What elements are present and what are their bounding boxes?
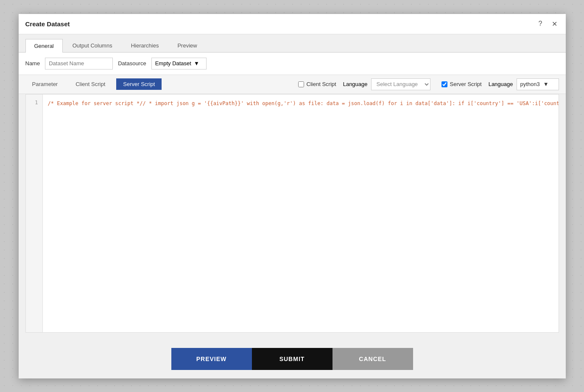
client-script-section: Client Script Language Select Language — [298, 78, 430, 90]
help-button[interactable]: ? — [537, 19, 544, 28]
name-label: Name — [25, 60, 40, 67]
server-script-label: Server Script — [450, 81, 482, 87]
tab-general[interactable]: General — [25, 39, 63, 53]
editor-content[interactable]: /* Example for server script *// * impor… — [43, 95, 559, 332]
tab-bar: General Output Columns Hierarchies Previ… — [19, 34, 566, 53]
dialog-titlebar: Create Dataset ? ✕ — [19, 14, 566, 34]
client-script-tab[interactable]: Client Script — [69, 78, 112, 90]
server-language-label: Language — [489, 81, 513, 87]
line-numbers: 1 — [26, 95, 43, 332]
submit-button[interactable]: SUBMIT — [252, 348, 333, 370]
datasource-select[interactable]: Empty Dataset ▼ — [151, 58, 207, 70]
client-script-checkbox[interactable] — [298, 81, 304, 87]
cancel-button[interactable]: CANCEL — [333, 348, 413, 370]
close-button[interactable]: ✕ — [550, 19, 559, 29]
editor-area: 1 /* Example for server script *// * imp… — [25, 94, 559, 333]
form-area: Name Datasource Empty Dataset ▼ — [19, 53, 566, 75]
server-language-value: python3 — [520, 81, 540, 87]
server-script-section: Server Script Language python3 ▼ — [441, 78, 559, 90]
script-toolbar: Parameter Client Script Server Script Cl… — [19, 75, 566, 94]
footer: PREVIEW SUBMIT CANCEL — [19, 339, 566, 378]
datasource-dropdown-icon: ▼ — [194, 60, 199, 67]
preview-button[interactable]: PREVIEW — [171, 348, 252, 370]
server-language-select[interactable]: python3 ▼ — [517, 78, 559, 90]
client-language-select[interactable]: Select Language — [371, 78, 430, 90]
datasource-label: Datasource — [118, 60, 146, 67]
dialog-inner: General Output Columns Hierarchies Previ… — [19, 34, 566, 339]
dialog-title: Create Dataset — [25, 20, 70, 28]
server-script-tab[interactable]: Server Script — [116, 78, 162, 90]
server-language-dropdown-icon: ▼ — [543, 81, 549, 87]
tab-preview[interactable]: Preview — [168, 39, 206, 52]
create-dataset-dialog: Create Dataset ? ✕ General Output Column… — [19, 14, 566, 378]
datasource-value: Empty Dataset — [155, 60, 191, 67]
client-script-checkbox-label[interactable]: Client Script — [298, 81, 336, 87]
tab-hierarchies[interactable]: Hierarchies — [122, 39, 168, 52]
name-input[interactable] — [45, 58, 113, 70]
titlebar-actions: ? ✕ — [537, 19, 559, 29]
server-script-checkbox-label[interactable]: Server Script — [441, 81, 482, 87]
parameter-tab[interactable]: Parameter — [25, 78, 65, 90]
line-number-1: 1 — [35, 100, 38, 106]
tab-output-columns[interactable]: Output Columns — [64, 39, 121, 52]
server-script-checkbox[interactable] — [441, 81, 447, 87]
client-script-label: Client Script — [307, 81, 336, 87]
client-language-label: Language — [343, 81, 368, 87]
